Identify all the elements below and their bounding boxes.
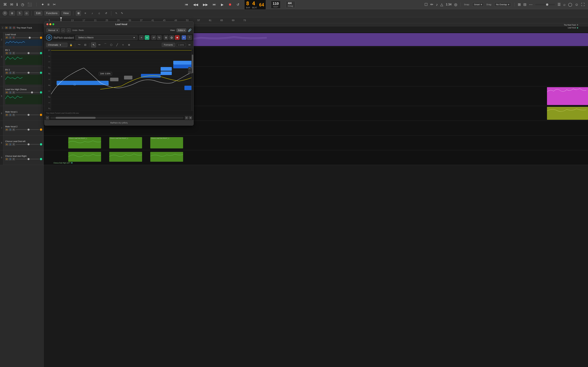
play-btn[interactable]: ▶ bbox=[221, 3, 224, 7]
expand-tool-btn[interactable]: ⇔ bbox=[187, 42, 192, 47]
track-7-rec-btn[interactable]: R bbox=[12, 128, 15, 131]
grid-view-btn[interactable]: ⊞ bbox=[76, 11, 81, 16]
chorus-high-left-clip-1[interactable] bbox=[68, 152, 101, 162]
chat-icon[interactable]: ◯ bbox=[568, 2, 572, 7]
chorus-high-left-clip-3[interactable] bbox=[150, 152, 183, 162]
redo-btn[interactable]: Redo bbox=[79, 29, 84, 32]
track-8-mute-btn[interactable]: M bbox=[5, 143, 8, 146]
checkbox-icon[interactable]: ☐ bbox=[424, 2, 428, 7]
track-2-solo-btn[interactable]: S bbox=[9, 36, 12, 39]
undo-btn[interactable]: Undo bbox=[72, 29, 78, 32]
track-4-solo-btn[interactable]: S bbox=[9, 72, 12, 74]
headphone-icon[interactable]: ◎ bbox=[454, 2, 457, 7]
apple-menu-icon[interactable]: ⌘ bbox=[3, 2, 7, 7]
edit-menu-btn[interactable]: Edit bbox=[34, 11, 43, 16]
note-blob-main[interactable] bbox=[57, 81, 109, 85]
track-3-rec-btn[interactable]: R bbox=[12, 52, 15, 54]
track-3-solo-btn[interactable]: S bbox=[9, 52, 12, 54]
info-icon[interactable]: ℹ bbox=[17, 2, 18, 7]
piano-view-btn[interactable]: ♪ bbox=[90, 11, 95, 16]
redo-icon-btn[interactable]: ↻ bbox=[157, 35, 162, 40]
zoom-out-btn[interactable]: − bbox=[188, 71, 191, 74]
new-tracks-btn[interactable]: ⊞ bbox=[9, 11, 15, 16]
track-2-rec-btn[interactable]: R bbox=[12, 36, 15, 39]
track-4-fader[interactable] bbox=[16, 72, 39, 73]
note-icon[interactable]: ♪ bbox=[436, 2, 438, 7]
track-6-solo-btn[interactable]: S bbox=[9, 114, 12, 116]
lead-vox-chorus-clip[interactable] bbox=[547, 87, 588, 105]
scissors-bottom-btn[interactable]: ✂ bbox=[46, 116, 49, 119]
minimize-btn[interactable] bbox=[49, 23, 51, 25]
pointer-tool-btn[interactable]: ↖ bbox=[91, 42, 96, 47]
view-menu-btn[interactable]: View bbox=[61, 11, 70, 16]
scrollbar-track[interactable] bbox=[50, 117, 184, 119]
editor-btn[interactable]: Editor ▾ bbox=[177, 28, 186, 32]
rewind-btn[interactable]: ⏮ bbox=[185, 3, 188, 6]
pencil-tool-btn[interactable]: ✎ bbox=[120, 11, 124, 16]
track-9-fader[interactable] bbox=[16, 159, 39, 159]
waveform-tool-btn[interactable]: 〜 bbox=[77, 42, 82, 47]
list-view-btn[interactable]: ≡ bbox=[83, 11, 88, 16]
line-tool-btn[interactable]: ╱ bbox=[115, 42, 120, 47]
pointer-tool-btn[interactable]: ↖ bbox=[114, 11, 119, 16]
track-6-fader[interactable] bbox=[16, 115, 39, 115]
wave-tool3-btn[interactable]: ≈ bbox=[121, 42, 126, 47]
track-8-fader[interactable] bbox=[16, 144, 39, 145]
envelope-icon[interactable]: ✉ bbox=[10, 2, 13, 7]
power-icon-btn[interactable]: ⏻ bbox=[169, 35, 174, 40]
track-7-mute-btn[interactable]: M bbox=[5, 128, 8, 131]
loop-btn[interactable]: ↺ bbox=[104, 11, 108, 16]
track-9-mute-btn[interactable]: M bbox=[5, 158, 8, 160]
note-blob-cluster-2[interactable] bbox=[161, 67, 172, 71]
track-3-mute-btn[interactable]: M bbox=[5, 52, 8, 54]
note-handle-right[interactable] bbox=[107, 84, 109, 85]
key-display[interactable]: 4/4 Cmaj bbox=[285, 1, 295, 8]
user-icon[interactable]: ☺ bbox=[575, 2, 579, 7]
brush-tool-btn[interactable]: ⌒ bbox=[103, 42, 108, 47]
status-green-btn[interactable]: ● bbox=[145, 35, 149, 40]
zoom-bottom-btn[interactable]: ⊕ bbox=[189, 116, 192, 119]
undo-icon-btn[interactable]: ↺ bbox=[151, 35, 156, 40]
record-icon-btn[interactable]: ⏺ bbox=[175, 35, 180, 40]
record-btn[interactable]: ⏺ bbox=[228, 3, 232, 6]
track-4-mute-btn[interactable]: M bbox=[5, 72, 8, 74]
audio-settings-btn[interactable]: ⊟ bbox=[185, 116, 188, 119]
note-handle-mid[interactable] bbox=[74, 84, 76, 85]
track-2-fader[interactable] bbox=[16, 37, 39, 38]
clock-icon[interactable]: ◷ bbox=[21, 2, 24, 7]
zoom-in-btn[interactable]: + bbox=[188, 67, 191, 70]
note-blob-gray-2[interactable] bbox=[124, 76, 132, 79]
monitor-icon[interactable]: ⬛ bbox=[27, 2, 32, 7]
track-9-solo-btn[interactable]: S bbox=[9, 158, 12, 160]
manual-select[interactable]: Manual ▾ bbox=[46, 28, 60, 32]
piano-icon[interactable]: ⊟ bbox=[523, 2, 526, 7]
settings-icon-btn[interactable]: ≡ bbox=[139, 35, 144, 40]
note-blob-blue-2[interactable] bbox=[141, 74, 161, 78]
chorus-high-left-clip-2[interactable] bbox=[109, 152, 142, 162]
back-btn[interactable]: ◀◀ bbox=[193, 3, 198, 7]
pitch-vscrollbar[interactable] bbox=[191, 48, 193, 111]
cycle-btn[interactable]: ↺ bbox=[237, 3, 239, 7]
dots-icon[interactable]: ⋯ bbox=[529, 2, 533, 7]
track-7-fader[interactable] bbox=[16, 129, 39, 130]
male-vocal-1-clip[interactable] bbox=[547, 107, 588, 120]
master-fader-thumb[interactable] bbox=[546, 3, 548, 6]
track-6-mute-btn[interactable]: M bbox=[5, 114, 8, 116]
pencil-tool2-btn[interactable]: ✏ bbox=[97, 42, 102, 47]
track-5-mute-btn[interactable]: M bbox=[5, 91, 8, 94]
scale-lock-btn[interactable]: 🔒 bbox=[69, 42, 73, 47]
lasso-tool-btn[interactable]: ⬡ bbox=[109, 42, 114, 47]
link-btn[interactable]: 🔗 bbox=[188, 28, 191, 32]
track-8-rec-btn[interactable]: R bbox=[12, 143, 15, 146]
expand-icon[interactable]: ⛶ bbox=[581, 2, 585, 7]
drag-select[interactable]: No Overlap ▾ bbox=[494, 2, 511, 7]
formants-btn[interactable]: Formants bbox=[162, 43, 175, 47]
color-tune-btn[interactable]: ✦ bbox=[182, 35, 186, 40]
track-1-mute-btn[interactable]: M bbox=[5, 26, 8, 29]
pitch-canvas[interactable]: Drift: 0.00% + − bbox=[51, 48, 191, 111]
snap-select[interactable]: Smart ▾ bbox=[472, 2, 484, 7]
end-btn[interactable]: ⏭ bbox=[213, 3, 216, 6]
track-5-rec-btn[interactable]: R bbox=[12, 91, 15, 94]
pencil-icon[interactable]: ✏ bbox=[430, 2, 433, 7]
wave-tool2-btn[interactable]: ⊟ bbox=[83, 42, 88, 47]
